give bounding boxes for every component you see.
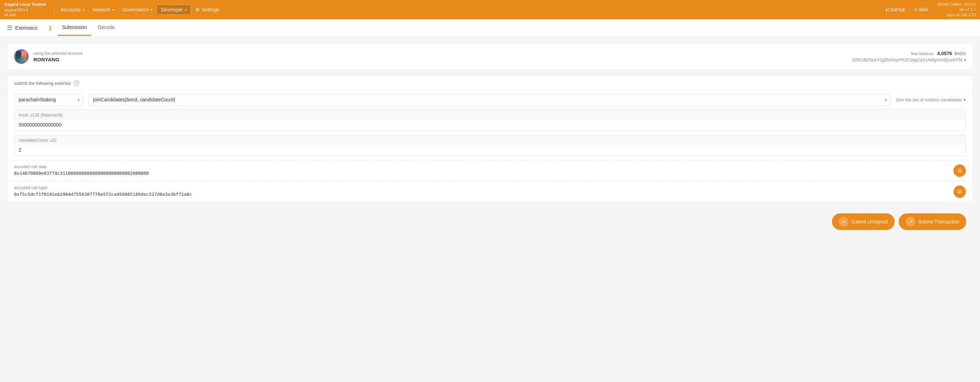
nav-accounts-label: Accounts [60,7,81,13]
extrinsic-header-label: submit the following extrinsic [14,81,71,86]
copy-hash-icon: ⧉ [958,189,962,195]
bottom-actions: ↗ Submit Unsigned ↗ Submit Transaction [7,208,973,235]
encoded-call-hash-section: encoded call hash 0xf5c5dcf1f0191eb2984d… [7,181,973,202]
nav-settings[interactable]: ⚙ Settings [191,5,223,14]
copy-call-hash-button[interactable]: ⧉ [953,185,966,198]
developer-chevron: ▾ [185,8,187,12]
free-balance-row: free balance 4.0576 BASG [911,51,966,56]
network-name: Asgard Local Testnet [4,2,46,8]
nav-network-label: Network [92,7,110,13]
free-balance-unit: BASG [955,51,966,56]
nav-governance[interactable]: Governance ▾ [118,5,156,14]
extrinsics-title: Extrinsics [15,25,37,31]
encoded-call-data-label: encoded call data [14,165,949,169]
nav-right-section: ⑆ GitHub ≡ Wiki Bifrost Collator v0.9.12… [883,2,976,18]
account-hash-value: h2Nr1BdTackY2g65dVzyrfYtJCoiqqCbA1AMgmm9… [852,58,963,62]
candidate-count-input[interactable] [14,144,966,155]
extrinsic-section: submit the following extrinsic ? paracha… [7,75,973,202]
top-navigation: Asgard Local Testnet asgard/1001 ▾ #4,46… [0,0,980,19]
tabs-chevron: ❯ [48,25,52,31]
bond-input-group: bond: u128 (BalanceOf) [14,110,966,131]
account-hash-dropdown[interactable]: h2Nr1BdTackY2g65dVzyrfYtJCoiqqCbA1AMgmm9… [852,58,966,62]
tab-decode-label: Decode [98,24,115,30]
method-selector-wrapper: joinCandidates(bond, candidateCount) ▾ [89,94,890,105]
encoded-call-hash-content: encoded call hash 0xf5c5dcf1f0191eb2984d… [14,185,949,197]
account-using-label: using the selected account [33,51,82,56]
tab-submission-label: Submission [62,24,87,30]
encoded-call-hash-label: encoded call hash [14,185,949,190]
free-balance-amount: 4.0576 [937,51,952,56]
account-right: free balance 4.0576 BASG h2Nr1BdTackY2g6… [852,51,966,62]
account-name: RONYANG [33,56,82,62]
pallet-selector[interactable]: parachainStaking [14,94,83,105]
nav-network[interactable]: Network ▾ [89,5,118,14]
tab-submission[interactable]: Submission [58,20,91,36]
governance-chevron: ▾ [151,8,152,12]
accounts-chevron: ▾ [83,8,84,12]
join-description-text: Join the set of collator candidates [896,97,962,102]
nav-developer-label: Developer [161,7,183,13]
extrinsic-header: submit the following extrinsic ? [7,75,973,90]
extrinsics-section-title: ☰ Extrinsics [7,24,37,32]
wiki-label: Wiki [919,7,928,13]
github-label: GitHub [891,7,905,13]
free-balance-label: free balance [911,51,934,56]
encoded-call-data-section: encoded call data 0x14070080e03779c31100… [7,160,973,181]
bond-label: bond: u128 (BalanceOf) [14,110,966,119]
candidate-count-input-group: candidateCount: u32 [14,135,966,156]
tab-decode[interactable]: Decode [94,20,119,36]
encoded-call-data-value: 0x14070080e03779c31100000000000000000000… [14,171,949,176]
settings-label: Settings [202,7,220,13]
help-icon[interactable]: ? [74,80,79,86]
method-selector[interactable]: joinCandidates(bond, candidateCount) [89,94,890,105]
version-info: Bifrost Collator v0.9.12api v7.2.1apps v… [938,2,976,18]
candidate-count-label: candidateCount: u32 [14,135,966,144]
nav-developer[interactable]: Developer ▾ [156,5,191,15]
pallet-selector-wrapper: parachainStaking ▾ [14,94,83,105]
copy-call-data-button[interactable]: ⧉ [953,165,966,177]
join-description-chevron: ▾ [964,97,966,102]
brand-info[interactable]: Asgard Local Testnet asgard/1001 ▾ #4,46… [4,2,46,17]
extrinsics-icon: ☰ [7,24,13,32]
submit-unsigned-button[interactable]: ↗ Submit Unsigned [832,213,895,230]
submit-transaction-icon: ↗ [905,217,915,227]
nav-separator [54,5,54,15]
nav-governance-label: Governance [122,7,148,13]
network-chevron: ▾ [112,8,114,12]
submit-unsigned-icon: ↗ [839,217,848,227]
nav-accounts[interactable]: Accounts ▾ [56,5,89,14]
github-icon: ⑆ [886,7,889,13]
submit-transaction-button[interactable]: ↗ Submit Transaction [899,213,966,230]
encoded-call-data-content: encoded call data 0x14070080e03779c31100… [14,165,949,176]
settings-gear-icon: ⚙ [195,7,200,13]
copy-icon: ⧉ [958,168,962,174]
github-link[interactable]: ⑆ GitHub [883,5,909,14]
extrinsic-selectors: parachainStaking ▾ joinCandidates(bond, … [7,90,973,110]
join-description: Join the set of collator candidates ▾ [896,97,966,102]
encoded-call-hash-value: 0xf5c5dcf1f0191eb2984d7559307776e5f2ca45… [14,192,949,197]
wiki-icon: ≡ [914,7,917,13]
network-node: asgard/1001 ▾ [4,8,46,13]
account-left: using the selected account RONYANG [14,49,82,64]
main-content: using the selected account RONYANG free … [0,37,980,382]
bond-input[interactable] [14,119,966,130]
avatar [14,49,29,64]
version-text: Bifrost Collator v0.9.12api v7.2.1apps v… [938,2,976,17]
account-hash-chevron: ▾ [964,58,966,62]
submit-unsigned-label: Submit Unsigned [851,219,888,224]
wiki-link[interactable]: ≡ Wiki [911,5,931,14]
account-section: using the selected account RONYANG free … [7,43,973,70]
avatar-pattern [16,51,27,62]
tabs-bar: ☰ Extrinsics ❯ Submission Decode [0,19,980,37]
account-info: using the selected account RONYANG [33,51,82,62]
submit-transaction-label: Submit Transaction [918,219,959,224]
network-block: #4,468 [4,13,46,17]
